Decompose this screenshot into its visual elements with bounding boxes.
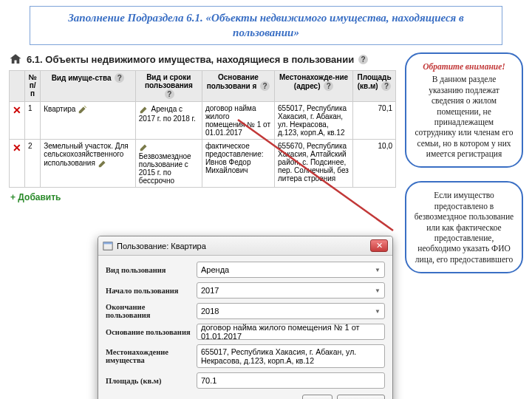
input-basis[interactable]: договор найма жилого помещения № 1 от 01… bbox=[197, 324, 385, 340]
label-end: Окончание пользования bbox=[106, 303, 191, 319]
label-basis: Основание пользования bbox=[106, 328, 191, 336]
ok-button[interactable]: ОК bbox=[302, 395, 332, 399]
input-location[interactable]: 655017, Республика Хакасия, г. Абакан, у… bbox=[197, 344, 385, 368]
svg-rect-2 bbox=[103, 242, 112, 244]
cell-basis: договор найма жилого помещения № 1 от 01… bbox=[202, 102, 274, 140]
th-basis: Основание пользовани я ? bbox=[202, 71, 274, 102]
property-table: № п/п Вид имуще-ства ? Вид и сроки польз… bbox=[9, 70, 396, 188]
house-icon bbox=[9, 52, 22, 66]
cell-location: 655670, Республика Хакасия, Алтайский ра… bbox=[275, 140, 353, 188]
help-icon[interactable]: ? bbox=[260, 81, 270, 91]
th-type: Вид имуще-ства ? bbox=[41, 71, 136, 102]
label-start: Начало пользования bbox=[106, 287, 191, 295]
cell-basis: фактическое предоставление: Ивнов Федор … bbox=[202, 140, 274, 188]
cell-area: 70,1 bbox=[353, 102, 396, 140]
edit-icon[interactable] bbox=[78, 104, 88, 115]
edit-icon[interactable] bbox=[98, 158, 108, 168]
callout-headline: Обратите внимание! bbox=[414, 61, 514, 72]
dialog-titlebar: Пользование: Квартира ✕ bbox=[98, 236, 392, 256]
label-location: Местонахождение имущества bbox=[106, 348, 191, 364]
help-icon[interactable]: ? bbox=[358, 55, 368, 64]
label-kind: Вид пользования bbox=[106, 266, 191, 274]
callout-body: В данном разделе указанию подлежат сведе… bbox=[415, 75, 514, 158]
cell-num: 1 bbox=[25, 102, 41, 140]
th-term: Вид и сроки пользования ? bbox=[135, 71, 202, 102]
cell-term: Аренда с 2017 г. по 2018 г. bbox=[135, 102, 202, 140]
edit-icon[interactable] bbox=[139, 104, 149, 115]
th-area: Площадь (кв.м) ? bbox=[353, 71, 396, 102]
th-location: Местонахожде-ние (адрес) ? bbox=[275, 71, 353, 102]
dialog-icon bbox=[103, 241, 113, 251]
th-del bbox=[10, 71, 25, 102]
cancel-button[interactable]: Отмена bbox=[337, 395, 385, 399]
chevron-down-icon: ▼ bbox=[375, 308, 381, 315]
edit-dialog: Пользование: Квартира ✕ Вид пользования … bbox=[98, 236, 393, 399]
cell-area: 10,0 bbox=[353, 140, 396, 188]
cell-type: Квартира bbox=[41, 102, 136, 140]
cell-location: 655017, Республика Хакасия, г. Абакан, у… bbox=[275, 102, 353, 140]
select-kind[interactable]: Аренда▼ bbox=[197, 262, 385, 278]
callout-fio: Если имущество предоставлено в безвозмез… bbox=[405, 181, 523, 273]
label-area: Площадь (кв.м) bbox=[106, 377, 191, 385]
help-icon[interactable]: ? bbox=[381, 81, 391, 91]
cell-num: 2 bbox=[25, 140, 41, 188]
table-row: ✕ 2 Земельный участок. Для сельскохозяйс… bbox=[10, 140, 396, 188]
delete-icon[interactable]: ✕ bbox=[13, 142, 21, 154]
edit-icon[interactable] bbox=[139, 142, 149, 152]
section-heading-text: 6.1. Объекты недвижимого имущества, нахо… bbox=[27, 54, 354, 65]
help-icon[interactable]: ? bbox=[165, 89, 174, 99]
cell-term: Безвозмездное пользование с 2015 г. по б… bbox=[135, 140, 202, 188]
add-button[interactable]: + Добавить bbox=[9, 188, 396, 207]
callout-body: Если имущество предоставлено в безвозмез… bbox=[415, 191, 514, 263]
close-button[interactable]: ✕ bbox=[370, 239, 388, 252]
section-heading: 6.1. Объекты недвижимого имущества, нахо… bbox=[9, 50, 396, 70]
table-row: ✕ 1 Квартира Аренда с 2017 г. по 2018 г.… bbox=[10, 102, 396, 140]
cell-type: Земельный участок. Для сельскохозяйствен… bbox=[41, 140, 136, 188]
help-icon[interactable]: ? bbox=[115, 73, 124, 83]
th-num: № п/п bbox=[25, 71, 41, 102]
help-icon[interactable]: ? bbox=[324, 81, 333, 91]
delete-icon[interactable]: ✕ bbox=[13, 104, 21, 116]
chevron-down-icon: ▼ bbox=[375, 267, 381, 273]
dialog-title-text: Пользование: Квартира bbox=[117, 242, 206, 250]
callout-attention: Обратите внимание! В данном разделе указ… bbox=[405, 52, 523, 168]
select-end[interactable]: 2018▼ bbox=[197, 303, 385, 319]
input-area[interactable]: 70.1 bbox=[197, 372, 385, 389]
select-start[interactable]: 2017▼ bbox=[197, 282, 385, 299]
page-title: Заполнение Подраздела 6.1. «Объекты недв… bbox=[30, 6, 502, 45]
chevron-down-icon: ▼ bbox=[375, 287, 381, 294]
